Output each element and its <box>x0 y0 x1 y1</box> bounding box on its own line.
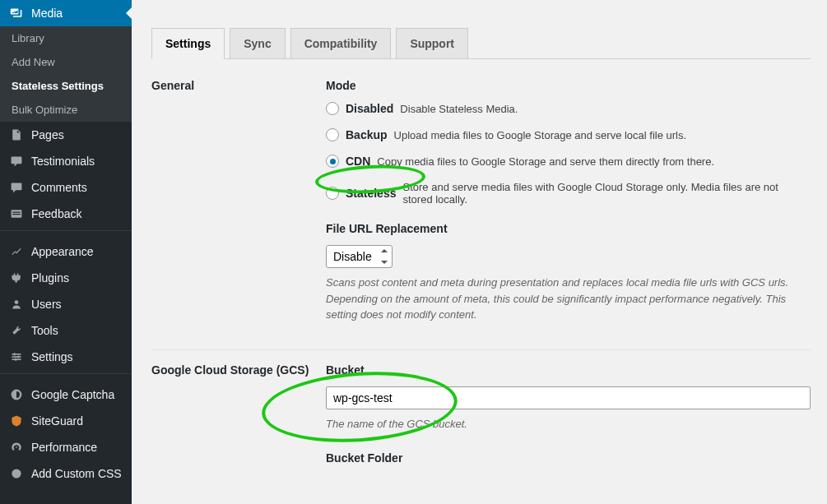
svg-rect-2 <box>12 214 21 215</box>
sidebar-media[interactable]: Media <box>0 0 132 26</box>
bucket-desc: The name of the GCS bucket. <box>326 416 811 432</box>
plugins-icon <box>8 271 25 284</box>
sidebar-appearance[interactable]: Appearance <box>0 238 132 265</box>
tools-icon <box>8 324 25 337</box>
svg-rect-9 <box>15 358 16 361</box>
svg-point-3 <box>15 300 19 304</box>
mode-title: Mode <box>326 79 811 92</box>
radio-cdn[interactable] <box>326 155 339 168</box>
sidebar-users[interactable]: Users <box>0 291 132 317</box>
radio-stateless-label: Stateless <box>346 187 396 200</box>
svg-rect-4 <box>12 354 21 355</box>
sidebar-tools[interactable]: Tools <box>0 317 132 344</box>
sidebar-css[interactable]: Add Custom CSS <box>0 460 132 487</box>
bucket-input[interactable] <box>326 386 811 409</box>
svg-rect-5 <box>12 356 21 358</box>
media-icon <box>8 7 25 20</box>
svg-rect-7 <box>14 353 16 355</box>
sidebar-sub-library[interactable]: Library <box>0 26 132 50</box>
radio-cdn-desc: Copy media files to Google Storage and s… <box>377 155 714 168</box>
sidebar-sub-bulk[interactable]: Bulk Optimize <box>0 98 132 122</box>
testimonials-icon <box>8 155 25 168</box>
pages-icon <box>8 128 25 141</box>
tabs: Settings Sync Compatibility Support <box>151 28 811 59</box>
tab-compatibility[interactable]: Compatibility <box>290 28 392 58</box>
fileurl-desc: Scans post content and meta during prese… <box>326 275 811 323</box>
settings-icon <box>8 350 25 363</box>
radio-backup-label: Backup <box>346 128 388 141</box>
siteguard-icon <box>8 414 25 428</box>
svg-rect-8 <box>18 355 20 358</box>
users-icon <box>8 298 25 311</box>
sidebar-pages[interactable]: Pages <box>0 122 132 148</box>
radio-stateless[interactable] <box>326 187 339 200</box>
svg-point-10 <box>12 469 21 478</box>
sidebar-captcha[interactable]: Google Captcha <box>0 381 132 408</box>
svg-rect-1 <box>12 212 21 213</box>
sidebar-comments[interactable]: Comments <box>0 174 132 201</box>
sidebar-plugins[interactable]: Plugins <box>0 265 132 291</box>
sidebar-settings[interactable]: Settings <box>0 344 132 370</box>
fileurl-title: File URL Replacement <box>326 222 811 235</box>
comments-icon <box>8 181 25 194</box>
radio-disabled-label: Disabled <box>346 102 393 115</box>
radio-disabled-desc: Disable Stateless Media. <box>400 103 518 115</box>
tab-sync[interactable]: Sync <box>230 28 285 58</box>
captcha-icon <box>8 388 25 401</box>
section-general-label: General <box>151 79 326 323</box>
sidebar-sub-stateless[interactable]: Stateless Settings <box>0 74 132 98</box>
radio-stateless-desc: Store and serve media files with Google … <box>402 181 811 206</box>
performance-icon <box>8 441 25 454</box>
radio-cdn-label: CDN <box>346 155 370 168</box>
radio-disabled[interactable] <box>326 102 339 115</box>
feedback-icon <box>8 207 25 220</box>
appearance-icon <box>8 245 25 258</box>
sidebar-feedback[interactable]: Feedback <box>0 201 132 227</box>
radio-backup-desc: Upload media files to Google Storage and… <box>394 129 687 141</box>
css-icon <box>8 467 25 480</box>
sidebar-sub-addnew[interactable]: Add New <box>0 50 132 74</box>
radio-backup[interactable] <box>326 128 339 141</box>
fileurl-select[interactable]: Disable <box>326 245 393 268</box>
bucket-folder-title: Bucket Folder <box>326 451 811 465</box>
sidebar-performance[interactable]: Performance <box>0 434 132 460</box>
bucket-title: Bucket <box>326 363 811 377</box>
section-gcs-label: Google Cloud Storage (GCS) <box>151 363 326 475</box>
sidebar-siteguard[interactable]: SiteGuard <box>0 408 132 434</box>
tab-settings[interactable]: Settings <box>151 28 225 59</box>
sidebar-item-label: Media <box>31 7 63 20</box>
tab-support[interactable]: Support <box>396 28 468 58</box>
sidebar-testimonials[interactable]: Testimonials <box>0 148 132 174</box>
